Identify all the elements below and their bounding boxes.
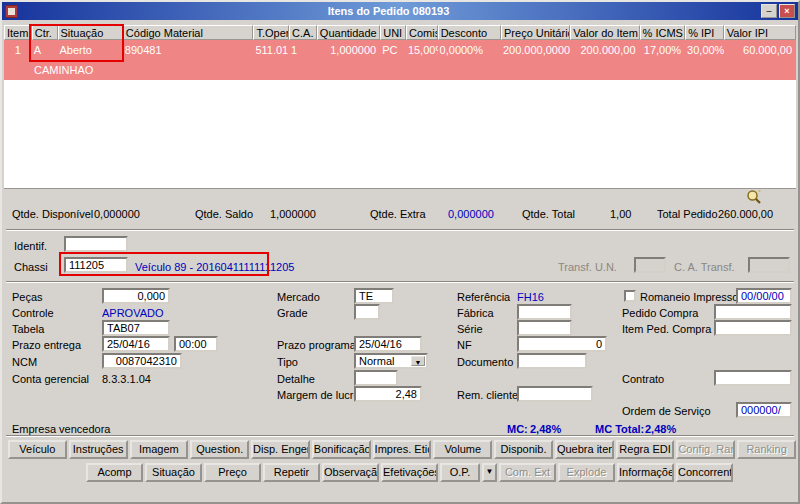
prazo-entrega-hora-input[interactable]: 00:00 — [174, 336, 218, 352]
serie-input[interactable] — [517, 320, 572, 336]
quebra-itens-button[interactable]: Quebra itens — [555, 440, 614, 459]
observacao-button[interactable]: Observação — [322, 463, 379, 482]
cell-valor-item: 200.000,00 — [570, 40, 639, 60]
op-dropdown-arrow-icon[interactable]: ▼ — [482, 463, 497, 482]
ca-transf-label: C. A. Transf. — [674, 261, 735, 273]
preco-button[interactable]: Preço — [204, 463, 261, 482]
pedido-compra-input[interactable] — [714, 304, 792, 320]
impres-etiq-button[interactable]: Impres. Etiq. — [373, 440, 432, 459]
tabela-input[interactable]: TAB07 — [102, 320, 170, 336]
ncm-input[interactable]: 0087042310 — [102, 353, 182, 369]
mc-value: 2,48% — [530, 423, 561, 435]
informacoes-button[interactable]: Informações — [617, 463, 674, 482]
chassi-label: Chassi — [14, 261, 48, 273]
footer-button-row-2: Acomp Situação Preço Repetir Observação … — [86, 463, 733, 482]
table-row[interactable]: 1 A Aberto 890481 511.01 1 1,000000 PC 1… — [4, 40, 796, 60]
total-pedido-value: 260.000,00 — [718, 208, 773, 220]
regra-edi-button[interactable]: Regra EDI — [616, 440, 675, 459]
volume-button[interactable]: Volume — [433, 440, 492, 459]
app-icon — [5, 5, 18, 18]
chassi-info: Veículo 89 - 20160411111111205 — [135, 261, 294, 273]
conta-gerencial-value: 8.3.3.1.04 — [102, 373, 151, 385]
col-preco-unitario[interactable]: Preço Unitário — [501, 25, 570, 40]
divider — [6, 281, 794, 283]
titlebar[interactable]: Itens do Pedido 080193 – × — [2, 2, 798, 20]
tipo-selected-value: Normal — [359, 355, 394, 367]
grade-input[interactable] — [354, 304, 380, 320]
margem-lucro-label: Margem de lucro — [277, 389, 360, 401]
mc-total-value: 2,48% — [645, 423, 676, 435]
serie-label: Série — [457, 323, 483, 335]
col-desconto[interactable]: Desconto — [438, 25, 501, 40]
table-row-description[interactable]: CAMINHAO — [4, 60, 796, 80]
instrucoes-button[interactable]: Instruções — [69, 440, 128, 459]
op-button[interactable]: O.P. — [440, 463, 480, 482]
nf-input[interactable]: 0 — [517, 336, 607, 352]
col-codigo-material[interactable]: Código Material — [123, 25, 254, 40]
col-item[interactable]: Item — [4, 25, 32, 40]
cell-ipi: 30,00% — [685, 40, 724, 60]
item-ped-compra-label: Item Ped. Compra — [622, 323, 711, 335]
contrato-input[interactable] — [714, 370, 792, 386]
cell-quantidade: 1,000000 — [317, 40, 380, 60]
romaneio-date-input[interactable]: 00/00/00 — [736, 288, 792, 304]
disponib-button[interactable]: Disponib. — [494, 440, 553, 459]
controle-label: Controle — [12, 307, 54, 319]
item-ped-compra-input[interactable] — [714, 320, 792, 336]
referencia-value: FH16 — [517, 291, 544, 303]
col-ca[interactable]: C.A. — [289, 25, 317, 40]
total-pedido-label: Total Pedido — [657, 208, 718, 220]
close-button[interactable]: × — [779, 4, 795, 18]
magnifier-icon[interactable] — [746, 189, 762, 207]
repetir-button[interactable]: Repetir — [263, 463, 320, 482]
conta-gerencial-label: Conta gerencial — [12, 373, 89, 385]
imagem-button[interactable]: Imagem — [130, 440, 189, 459]
window-itens-do-pedido: Itens do Pedido 080193 – × Item Ctr. Sit… — [0, 0, 800, 504]
divider — [6, 435, 794, 437]
col-situacao[interactable]: Situação — [58, 25, 123, 40]
mercado-input[interactable]: TE — [354, 288, 394, 304]
col-icms[interactable]: % ICMS — [640, 25, 686, 40]
disp-engenh-button[interactable]: Disp. Engenh. — [251, 440, 310, 459]
transf-un-input — [634, 257, 666, 273]
rem-cliente-input[interactable] — [517, 386, 593, 402]
fabrica-input[interactable] — [517, 304, 572, 320]
ordem-servico-input[interactable]: 000000/ — [736, 402, 792, 418]
efetivacoes-button[interactable]: Efetivações — [381, 463, 438, 482]
chevron-down-icon[interactable]: ▼ — [411, 356, 425, 366]
detalhe-input[interactable] — [354, 370, 398, 386]
cell-item: 1 — [4, 40, 32, 60]
documento-input[interactable] — [517, 353, 587, 369]
col-uni[interactable]: UNI — [380, 25, 406, 40]
chassi-input[interactable]: 111205 — [64, 257, 128, 273]
col-ipi[interactable]: % IPI — [685, 25, 724, 40]
romaneio-checkbox[interactable] — [624, 290, 636, 302]
empresa-vencedora-label: Empresa vencedora — [12, 423, 110, 435]
fabrica-label: Fábrica — [457, 307, 494, 319]
col-ctr[interactable]: Ctr. — [32, 25, 58, 40]
acomp-button[interactable]: Acomp — [86, 463, 143, 482]
qtde-extra-value: 0,000000 — [448, 208, 494, 220]
bonificacao-button[interactable]: Bonificação — [312, 440, 371, 459]
pecas-input[interactable]: 0,000 — [102, 288, 170, 304]
footer-button-row-1: Veículo Instruções Imagem Question. Disp… — [8, 440, 796, 459]
situacao-button[interactable]: Situação — [145, 463, 202, 482]
col-quantidade[interactable]: Quantidade — [317, 25, 380, 40]
tipo-select[interactable]: Normal ▼ — [354, 353, 428, 369]
grid-header-row: Item Ctr. Situação Código Material T.Ope… — [4, 25, 796, 40]
margem-lucro-input[interactable]: 2,48 — [354, 386, 422, 402]
identif-input[interactable] — [64, 236, 128, 252]
cell-ctr: A — [32, 40, 58, 60]
col-comis[interactable]: Comis. — [406, 25, 438, 40]
col-valor-item[interactable]: Valor do Item — [570, 25, 639, 40]
concorrente-button[interactable]: Concorrente — [676, 463, 733, 482]
question-button[interactable]: Question. — [190, 440, 249, 459]
col-toper[interactable]: T.Oper. — [253, 25, 289, 40]
veiculo-button[interactable]: Veículo — [8, 440, 67, 459]
col-valor-ipi[interactable]: Valor IPI — [724, 25, 796, 40]
explode-button: Explode — [558, 463, 615, 482]
minimize-button[interactable]: – — [761, 4, 777, 18]
window-title: Itens do Pedido 080193 — [18, 5, 759, 17]
prazo-entrega-input[interactable]: 25/04/16 — [102, 336, 170, 352]
prazo-programado-input[interactable]: 25/04/16 — [354, 336, 422, 352]
